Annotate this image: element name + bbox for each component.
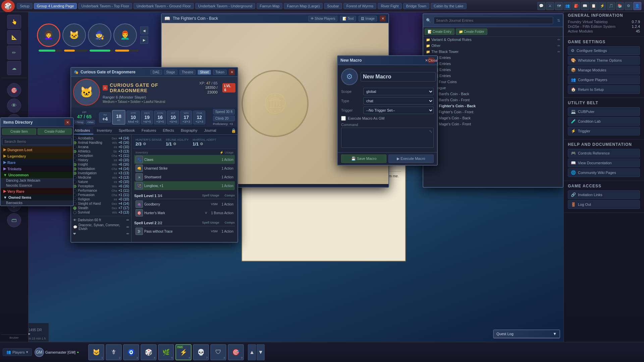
- skill-arcana[interactable]: Arcana Int +0 (10): [72, 145, 130, 149]
- compendium-icon[interactable]: 📚: [616, 2, 624, 10]
- macro-slot-4[interactable]: 🎲4: [141, 344, 157, 360]
- trigger-select[interactable]: --No Trigger Set--: [363, 107, 434, 114]
- skill-sleight[interactable]: Sleight of Hand Dex +4 (14): [72, 201, 130, 206]
- macro-slot-3[interactable]: 🧿3: [123, 344, 139, 360]
- journal-entry-mages-back[interactable]: 📄 The Mage's Coin - Back: [423, 115, 563, 121]
- char-tab-journal[interactable]: Journal: [201, 127, 219, 134]
- stat-wis[interactable]: WIS 17 +3/+3: [180, 111, 192, 124]
- journal-entry-g1[interactable]: 📁 [G1] Entries: [423, 55, 563, 61]
- execute-macro-button[interactable]: ▶ Execute Macro: [388, 155, 434, 163]
- tables-icon[interactable]: 📋: [590, 2, 598, 10]
- create-folder-button[interactable]: 📁 Create Folder: [456, 28, 487, 35]
- tab-forest[interactable]: Forest of Wyrms: [343, 3, 377, 9]
- journal-search-input[interactable]: [434, 17, 553, 24]
- journal-entry-g3[interactable]: 📁 [G3] Entries: [423, 67, 563, 73]
- inv-longbow[interactable]: 🏹 Longbow, +1 1 Action: [134, 181, 235, 190]
- portrait-3[interactable]: 👨‍🦰: [113, 23, 137, 47]
- create-item-button[interactable]: Create Item: [2, 128, 36, 135]
- community-wiki-button[interactable]: 🌐 Community Wiki Pages: [568, 168, 640, 177]
- type-select[interactable]: chat script: [363, 97, 434, 105]
- portrait-scroll-down[interactable]: ▶: [140, 36, 148, 44]
- spell-pass-without-trace[interactable]: 🌫 Pass without Trace VSM 1 Action: [134, 227, 235, 236]
- scenes-icon[interactable]: 🗺: [555, 2, 563, 10]
- temp-hp-button[interactable]: +Temp: [74, 120, 85, 124]
- save-macro-button[interactable]: 💾 Save Macro: [341, 155, 386, 163]
- journal-icon[interactable]: 📖: [581, 2, 589, 10]
- spell-hunters-mark[interactable]: 🎯 Hunter's Mark V 1 Bonus Action: [134, 208, 235, 217]
- combat-icon[interactable]: ⚔: [546, 2, 554, 10]
- skill-insight[interactable]: Insight Wis +6 (16): [72, 162, 130, 167]
- tab-cabin[interactable]: Cabin by the Lake: [431, 3, 467, 9]
- inv-unarmed[interactable]: 👊 Unarmed Strike 1 Action: [134, 164, 235, 173]
- sidebar-vision[interactable]: 👁: [7, 99, 21, 113]
- macro-slot-1[interactable]: 🐱1: [88, 344, 104, 360]
- items-icon[interactable]: 🎒: [572, 2, 580, 10]
- journal-entry-variant[interactable]: 📁 Variant & Optional Rules ✏: [423, 37, 563, 43]
- martial-adept-config[interactable]: ⚙: [200, 142, 203, 146]
- skill-religion[interactable]: Religion Int +0 (10): [72, 197, 130, 201]
- macro-name-input[interactable]: [361, 72, 436, 81]
- show-players-button[interactable]: 👁 Show Players: [308, 16, 338, 21]
- journal-window-close[interactable]: ✕: [380, 15, 386, 21]
- item-cat-rare[interactable]: ▶ Rare: [1, 159, 73, 166]
- char-tab-effects[interactable]: Effects: [159, 127, 177, 134]
- darkvision-edit[interactable]: ✏: [126, 218, 129, 222]
- stat-str[interactable]: STR 10 Mod +0: [126, 111, 140, 124]
- scroll-up-button[interactable]: ▲: [248, 344, 256, 360]
- item-dancing-jack[interactable]: Dancing Jack Webcam: [1, 178, 73, 183]
- time-back-15m[interactable]: 15 min: [32, 337, 41, 340]
- journal-entry-blacktower[interactable]: 📁 The Black Tower ✏: [423, 49, 563, 55]
- scope-select[interactable]: global user: [363, 88, 434, 95]
- playlists-icon[interactable]: 🎵: [607, 2, 615, 10]
- item-necrotic[interactable]: Necrotic Essence: [1, 183, 73, 188]
- tab-river[interactable]: River Fight: [378, 3, 401, 9]
- hunters-sense-config[interactable]: ⚙: [143, 142, 146, 146]
- stat-ini[interactable]: INI +4: [99, 112, 111, 123]
- portrait-1[interactable]: 🐱: [62, 23, 86, 47]
- char-tab-theatre[interactable]: Theatre: [179, 70, 196, 75]
- stat-int[interactable]: INT 10 +0/+0: [167, 111, 179, 124]
- manage-modules-button[interactable]: 📦 Manage Modules: [568, 66, 640, 74]
- journal-entry-bards-front[interactable]: 📄 The Bard's Coin - Front: [423, 97, 563, 103]
- char-tab-sheet[interactable]: Sheet: [198, 70, 211, 75]
- skill-acrobatics[interactable]: Acrobatics Dex +4 (14): [72, 136, 130, 140]
- char-tab-biography[interactable]: Biography: [177, 127, 201, 134]
- macro-icon[interactable]: ⚙: [341, 68, 358, 85]
- macros-icon[interactable]: ⚡: [598, 2, 606, 10]
- journal-entry-fighters-front[interactable]: 📄 The Fighter's Coin - Front: [423, 109, 563, 115]
- spell-goodberry[interactable]: 🍇 Goodberry VSM 1 Action: [134, 200, 235, 208]
- char-tab-attributes[interactable]: Attributes: [71, 127, 93, 134]
- macro-slot-7[interactable]: 💀7: [193, 344, 209, 360]
- lock-icon[interactable]: 🔒: [230, 127, 237, 134]
- macro-slot-5[interactable]: 🌿5: [158, 344, 174, 360]
- journal-entry-mages-front[interactable]: 📄 The Mage's Coin - Front: [423, 121, 563, 127]
- journal-entry-bards-back[interactable]: 📄 The Bard's Coin - Back: [423, 91, 563, 97]
- item-cat-owned[interactable]: ▼ Owned Items: [1, 194, 73, 200]
- journal-entry-fourcoin[interactable]: 📁 The Four Coins: [423, 79, 563, 85]
- whetstone-button[interactable]: 🎨 Whetstone Theme Options: [568, 56, 640, 65]
- triggler-button[interactable]: ⚡ Triggler: [568, 127, 640, 135]
- stat-dex[interactable]: DEX 19 +4/+5: [141, 111, 153, 124]
- inv-shortsword[interactable]: ⚔ Shortsword 1 Action: [134, 173, 235, 181]
- tab-faerun[interactable]: Faerun Map: [257, 3, 282, 9]
- tab-underbark-ground[interactable]: Underbark Tavern - Ground Floor: [133, 3, 194, 9]
- sidebar-measure[interactable]: 📐: [7, 30, 21, 44]
- macro-dialog-close[interactable]: ✕ Close: [428, 57, 434, 63]
- execute-gm-checkbox[interactable]: [341, 116, 346, 121]
- item-cat-veryrare[interactable]: ▶ Very Rare: [1, 188, 73, 194]
- item-cat-dungeon[interactable]: ▶ Dungeon Loot: [1, 146, 73, 153]
- tab-soubar[interactable]: Soubar: [324, 3, 342, 9]
- create-entry-button[interactable]: 📝 Create Entry: [425, 28, 454, 35]
- actors-icon[interactable]: 👥: [564, 2, 572, 10]
- heart-edit[interactable]: ✏: [126, 232, 129, 236]
- command-textarea[interactable]: [341, 128, 434, 148]
- char-tab-dae[interactable]: DAE: [150, 70, 162, 75]
- macro-slot-9[interactable]: 🎯9: [228, 344, 244, 360]
- condition-lab-button[interactable]: 🧪 Condition Lab: [568, 117, 640, 126]
- sidebar-target[interactable]: 🎯: [7, 83, 21, 97]
- skill-nature[interactable]: Nature Int +0 (10): [72, 180, 130, 184]
- time-back-1h[interactable]: 1 h: [42, 337, 46, 340]
- journal-sort-icon[interactable]: ⇅: [557, 18, 560, 23]
- skill-animal-handling[interactable]: Animal Handling Wis +6 (16): [72, 140, 130, 145]
- skill-deception[interactable]: Deception Cha +1 (11): [72, 154, 130, 158]
